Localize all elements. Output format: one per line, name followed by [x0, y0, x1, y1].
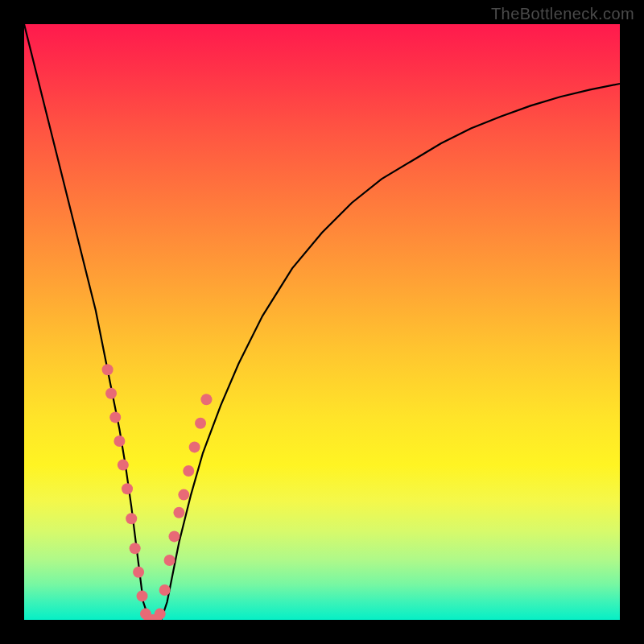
- marker-dot: [168, 530, 180, 542]
- chart-svg: [24, 24, 620, 620]
- highlight-dots: [102, 364, 213, 620]
- marker-dot: [133, 567, 144, 578]
- marker-dot: [164, 555, 175, 566]
- marker-dot: [105, 388, 117, 399]
- marker-dot: [159, 584, 171, 596]
- marker-dot: [200, 394, 212, 405]
- marker-dot: [102, 364, 114, 375]
- marker-dot: [173, 507, 184, 518]
- marker-dot: [118, 460, 129, 471]
- marker-dot: [178, 489, 189, 501]
- marker-dot: [189, 441, 200, 452]
- marker-dot: [137, 590, 148, 601]
- bottleneck-curve: [24, 24, 620, 620]
- marker-dot: [114, 436, 125, 447]
- marker-dot: [109, 411, 121, 423]
- marker-dot: [195, 418, 206, 429]
- marker-dot: [122, 483, 133, 494]
- marker-dot: [155, 609, 166, 620]
- marker-dot: [183, 465, 194, 477]
- marker-dot: [126, 513, 137, 524]
- watermark-text: TheBottleneck.com: [491, 5, 634, 23]
- chart-plot-area: [24, 24, 620, 620]
- marker-dot: [130, 543, 141, 554]
